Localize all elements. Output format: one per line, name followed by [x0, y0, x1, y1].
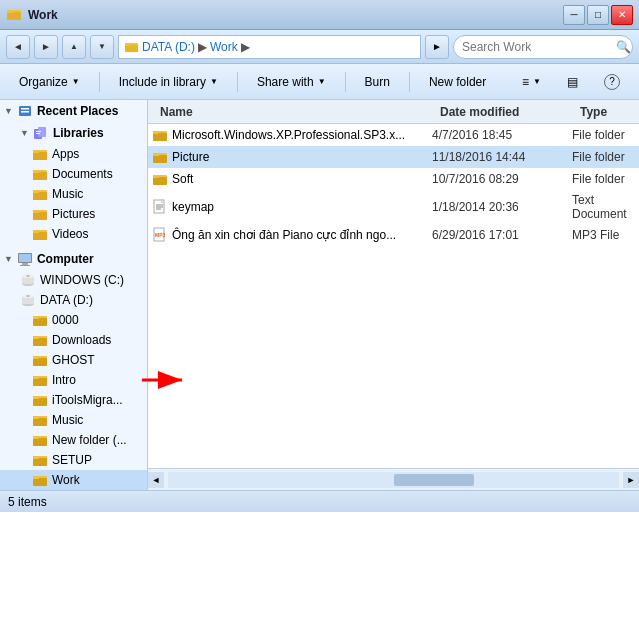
svg-rect-4 [125, 45, 138, 52]
file-name-5: Ông ăn xin chơi đàn Piano cực đỉnh ngo..… [172, 228, 396, 242]
sidebar-item-downloads[interactable]: Downloads [0, 330, 147, 350]
pictures-label: Pictures [52, 207, 95, 221]
pictures-folder-icon [32, 206, 48, 222]
sidebar-item-documents[interactable]: Documents [0, 164, 147, 184]
apps-label: Apps [52, 147, 79, 161]
svg-rect-19 [33, 172, 47, 180]
svg-rect-59 [33, 416, 39, 419]
hscroll-thumb[interactable] [394, 474, 474, 486]
go-button[interactable]: ► [425, 35, 449, 59]
include-library-button[interactable]: Include in library ▼ [108, 68, 229, 96]
table-row[interactable]: MP3 Ông ăn xin chơi đàn Piano cực đỉnh n… [148, 224, 639, 246]
sidebar-item-videos[interactable]: Videos [0, 224, 147, 244]
col-name-header[interactable]: Name [152, 105, 432, 119]
sidebar-item-intro[interactable]: Intro [0, 370, 147, 390]
sidebar-item-new-folder[interactable]: New folder (... [0, 430, 147, 450]
recent-button[interactable]: ▼ [90, 35, 114, 59]
col-type-header[interactable]: Type [572, 105, 635, 119]
scroll-left-btn[interactable]: ◄ [148, 472, 164, 488]
sidebar-section-computer[interactable]: ▼ Computer [0, 248, 147, 270]
file-type-1: File folder [572, 128, 635, 142]
toolbar-separator-1 [99, 72, 100, 92]
svg-text:MP3: MP3 [155, 232, 166, 238]
sidebar-item-music[interactable]: Music [0, 184, 147, 204]
folder-ghost-icon [32, 352, 48, 368]
svg-rect-43 [33, 318, 47, 326]
sidebar-item-setup[interactable]: SETUP [0, 450, 147, 470]
table-row[interactable]: Microsoft.Windows.XP.Professional.SP3.x.… [148, 124, 639, 146]
share-with-button[interactable]: Share with ▼ [246, 68, 337, 96]
svg-rect-56 [33, 396, 39, 399]
view-button[interactable]: ≡ ▼ [511, 68, 552, 96]
svg-rect-73 [153, 155, 167, 163]
svg-rect-52 [33, 378, 47, 386]
sidebar-item-pictures[interactable]: Pictures [0, 204, 147, 224]
help-button[interactable]: ? [593, 68, 631, 96]
status-text: 5 items [8, 495, 47, 509]
sidebar-section-libraries[interactable]: ▼ Libraries [0, 122, 147, 144]
col-date-header[interactable]: Date modified [432, 105, 572, 119]
documents-label: Documents [52, 167, 113, 181]
svg-rect-26 [33, 210, 39, 213]
sidebar-item-music-d[interactable]: Music [0, 410, 147, 430]
back-button[interactable]: ◄ [6, 35, 30, 59]
search-input[interactable] [462, 40, 612, 54]
table-row[interactable]: keymap 1/18/2014 20:36 Text Document [148, 190, 639, 224]
folder-icon-1 [152, 127, 168, 143]
sidebar-item-0000[interactable]: 0000 [0, 310, 147, 330]
path-segment-1[interactable]: DATA (D:) [125, 40, 195, 54]
windows-drive-icon [20, 272, 36, 288]
sidebar-item-work[interactable]: Work [0, 470, 147, 490]
folder-icon-2 [152, 149, 168, 165]
up-button[interactable]: ▲ [62, 35, 86, 59]
organize-button[interactable]: Organize ▼ [8, 68, 91, 96]
svg-rect-17 [33, 150, 39, 153]
folder-ghost-label: GHOST [52, 353, 95, 367]
path-segment-2[interactable]: Work [210, 40, 238, 54]
svg-rect-70 [153, 133, 167, 141]
folder-0000-icon [32, 312, 48, 328]
file-name-2: Picture [172, 150, 209, 164]
svg-rect-61 [33, 438, 47, 446]
table-row[interactable]: Soft 10/7/2016 08:29 File folder [148, 168, 639, 190]
minimize-button[interactable]: ─ [563, 5, 585, 25]
window-controls: ─ □ ✕ [563, 5, 633, 25]
window-title: Work [28, 8, 563, 22]
sidebar-item-windows-c[interactable]: WINDOWS (C:) [0, 270, 147, 290]
documents-folder-icon [32, 166, 48, 182]
close-button[interactable]: ✕ [611, 5, 633, 25]
scroll-right-btn[interactable]: ► [623, 472, 639, 488]
folder-music-d-icon [32, 412, 48, 428]
forward-button[interactable]: ► [34, 35, 58, 59]
sidebar-item-itools[interactable]: iToolsMigra... [0, 390, 147, 410]
libraries-label: Libraries [53, 126, 104, 140]
address-path[interactable]: DATA (D:) ▶ Work ▶ [118, 35, 421, 59]
file-name-cell: Soft [152, 171, 432, 187]
text-file-icon [152, 199, 168, 215]
table-row[interactable]: Picture 11/18/2016 14:44 File folder [148, 146, 639, 168]
svg-rect-77 [153, 175, 159, 178]
new-folder-button[interactable]: New folder [418, 68, 497, 96]
svg-rect-14 [36, 133, 40, 134]
sidebar-item-ghost[interactable]: GHOST [0, 350, 147, 370]
file-name-1: Microsoft.Windows.XP.Professional.SP3.x.… [172, 128, 405, 142]
folder-0000-label: 0000 [52, 313, 79, 327]
burn-button[interactable]: Burn [354, 68, 401, 96]
sidebar-section-recent[interactable]: ▼ Recent Places [0, 100, 147, 122]
svg-rect-71 [153, 131, 159, 134]
sidebar-item-data-d[interactable]: DATA (D:) [0, 290, 147, 310]
address-bar: ◄ ► ▲ ▼ DATA (D:) ▶ Work ▶ ► 🔍 [0, 30, 639, 64]
horizontal-scrollbar[interactable]: ◄ ► [148, 468, 639, 490]
svg-rect-2 [7, 10, 13, 13]
hscroll-track[interactable] [168, 472, 619, 488]
libraries-icon [33, 125, 49, 141]
search-box[interactable]: 🔍 [453, 35, 633, 59]
view-arrow: ▼ [533, 77, 541, 86]
toolbar: Organize ▼ Include in library ▼ Share wi… [0, 64, 639, 100]
pane-button[interactable]: ▤ [556, 68, 589, 96]
svg-rect-68 [33, 476, 39, 479]
folder-icon-3 [152, 171, 168, 187]
computer-icon [17, 251, 33, 267]
sidebar-item-apps[interactable]: Apps [0, 144, 147, 164]
maximize-button[interactable]: □ [587, 5, 609, 25]
